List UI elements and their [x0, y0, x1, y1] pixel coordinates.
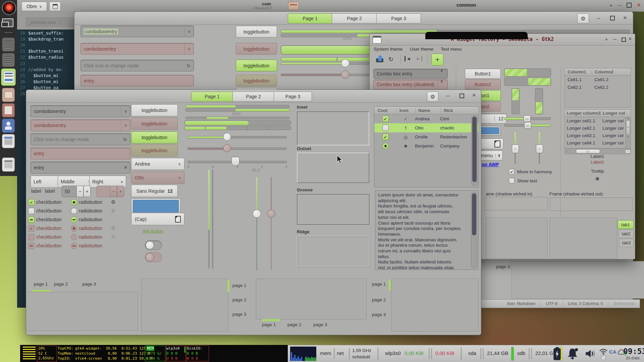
- net-rate-label[interactable]: 0,00 KiB: [435, 350, 454, 356]
- back-maximize-button[interactable]: [610, 16, 615, 20]
- front-menu-button[interactable]: ⚙: [427, 92, 438, 102]
- vscale1[interactable]: [208, 170, 210, 268]
- spin-minus-button[interactable]: −: [76, 186, 84, 197]
- minimize-button[interactable]: ─: [618, 3, 622, 8]
- treeview[interactable]: Cool Icon Name Nick ✓ ✓ Andrea Cimi ! Ot…: [374, 106, 479, 187]
- nb3-tab-page1[interactable]: page 1: [262, 322, 276, 327]
- dock-handle[interactable]: [5, 32, 12, 34]
- net-graph[interactable]: [305, 347, 316, 361]
- table-row[interactable]: Cell1.1Cell1.2: [565, 76, 631, 83]
- vertical-scrollbar[interactable]: [471, 192, 477, 268]
- disk1-size-label[interactable]: 21,44 GB: [487, 350, 508, 356]
- chevron-down-icon[interactable]: ∨: [121, 106, 127, 117]
- togglebutton-active[interactable]: togglebutton: [131, 131, 178, 143]
- table-row[interactable]: Longer cell2.1Longer cel: [565, 124, 631, 132]
- vertical-scrollbar[interactable]: [471, 115, 478, 186]
- back-entry[interactable]: entry: [80, 75, 194, 86]
- clear-icon[interactable]: ×: [124, 165, 127, 171]
- status-overwrite[interactable]: Sobreescriu: [613, 301, 635, 306]
- column-header-nick[interactable]: Nick: [441, 108, 453, 113]
- back-minimize-button[interactable]: ─: [597, 16, 600, 21]
- open-icon[interactable]: [375, 55, 384, 63]
- gtk2-tab1[interactable]: tab1: [618, 220, 634, 229]
- togglebutton-normal[interactable]: togglebutton: [131, 104, 178, 116]
- shield-icon[interactable]: [600, 354, 606, 361]
- front-close-button[interactable]: ×: [472, 92, 476, 98]
- vertical-scrollbar[interactable]: ∧≡∨: [625, 117, 631, 148]
- gtk2-shade-button[interactable]: +: [605, 37, 608, 42]
- scroll-right-icon[interactable]: ›: [625, 149, 631, 154]
- chevron-down-icon[interactable]: ∨: [184, 26, 191, 37]
- hscale-marks-handle[interactable]: [231, 157, 239, 166]
- gtk2-vscale2-handle[interactable]: ≡: [536, 144, 543, 153]
- gear-icon[interactable]: ⚙: [111, 199, 115, 205]
- front-tab-page3[interactable]: Page 3: [274, 92, 312, 102]
- back-tab-page1[interactable]: Page 1: [288, 13, 332, 23]
- disk2-label[interactable]: sdb: [517, 350, 525, 356]
- tree-row[interactable]: ☻ Benjamin Company: [374, 141, 479, 150]
- column-header-name[interactable]: Name: [416, 108, 441, 113]
- link-button[interactable]: link button: [143, 229, 164, 234]
- disk1-label[interactable]: sda: [468, 350, 476, 356]
- front-minimize-button[interactable]: ─: [446, 93, 450, 98]
- table-row[interactable]: Cell2.1Cell2.2: [565, 83, 631, 91]
- clock[interactable]: 09:53: [623, 347, 644, 356]
- gtk2-table1[interactable]: Column1Column2 Cell1.1Cell1.2 Cell2.1Cel…: [565, 68, 631, 108]
- column-header-icon[interactable]: Icon: [397, 108, 416, 113]
- nb4-tab-page3[interactable]: page 3: [372, 312, 386, 317]
- nb1-tab-page1[interactable]: page 1: [34, 282, 48, 287]
- column-header-cool[interactable]: Cool: [374, 108, 397, 113]
- gtk2-combo-entry[interactable]: Combo box entry▲▼: [373, 69, 448, 79]
- back-comboboxentry1[interactable]: comboboxentry∨: [80, 25, 194, 37]
- refresh-icon[interactable]: ↻: [388, 56, 393, 63]
- back-menu-button[interactable]: ⚙: [577, 13, 589, 23]
- vslider1[interactable]: [256, 177, 257, 270]
- tree-row-selected[interactable]: ! Otto chaotic: [374, 123, 479, 132]
- gtk2-close-button[interactable]: ×: [629, 36, 632, 42]
- back-entry-mode[interactable]: Click icon to change mode↻: [80, 60, 194, 71]
- back-scale1[interactable]: [281, 62, 369, 65]
- shade-button[interactable]: +: [609, 3, 612, 8]
- file-chooser-button[interactable]: (Cap): [131, 213, 184, 225]
- nb1-tab-page3[interactable]: page 3: [82, 282, 96, 287]
- front-tab-page2[interactable]: Page 2: [232, 92, 274, 102]
- radio-mixed-icon[interactable]: [71, 217, 77, 223]
- vslider1-handle[interactable]: [253, 209, 261, 218]
- dock-item-notes[interactable]: [2, 103, 15, 117]
- vscale2[interactable]: [212, 170, 213, 268]
- nb2-tab-page2[interactable]: page 2: [232, 297, 246, 302]
- scroll-grip[interactable]: |||: [576, 149, 600, 154]
- mem-plugin-label[interactable]: mem: [320, 350, 331, 356]
- menu-system-theme[interactable]: System theme: [374, 47, 402, 52]
- dock-item-script1[interactable]: [2, 38, 15, 52]
- back-tab-page2[interactable]: Page 2: [332, 13, 377, 23]
- status-encoding[interactable]: UTF-8: [546, 301, 557, 306]
- keyboard-layout-label[interactable]: CA: [609, 349, 616, 355]
- menu-test-menu[interactable]: Test menu: [441, 47, 462, 52]
- spin-plus-button[interactable]: +: [84, 186, 90, 197]
- tree-row[interactable]: ✓ ✓ Andrea Cimi: [374, 114, 479, 123]
- add-button[interactable]: +: [431, 54, 443, 66]
- nb4-tab-page1[interactable]: page 1: [372, 282, 386, 287]
- table-row[interactable]: Longer cell4.1Longer cel: [565, 139, 631, 146]
- tree-row[interactable]: ✓ ◎ Orville Redenbacher: [374, 132, 479, 141]
- status-filetype[interactable]: itxer: Markdown: [507, 301, 536, 306]
- dock-item-folder[interactable]: [2, 88, 15, 102]
- dock-item-widget-factory-active[interactable]: [1, 68, 16, 86]
- gtk2-hscale2-handle[interactable]: |||: [524, 122, 531, 129]
- cpu-governor-label[interactable]: schedutil: [352, 354, 371, 360]
- radio-selected-icon[interactable]: [71, 199, 77, 205]
- tab-close-icon[interactable]: ×: [58, 20, 61, 25]
- wifi-rate-label[interactable]: 0,00 KiB: [405, 350, 424, 356]
- table-row[interactable]: Longer cell3.1Longer cel: [565, 132, 631, 139]
- entry-change-mode[interactable]: Click icon to change mode↻: [31, 133, 130, 145]
- checkbox-unchecked-icon[interactable]: [509, 178, 515, 184]
- date-label[interactable]: 20 d'abr.: [626, 356, 641, 360]
- font-button[interactable]: Sans Regular12: [131, 185, 178, 197]
- spinbutton[interactable]: 50 − +: [62, 186, 91, 197]
- gtk2-check-showtext[interactable]: Show text: [509, 178, 537, 184]
- back-close-button[interactable]: ×: [623, 15, 627, 21]
- refresh-icon[interactable]: ↻: [186, 63, 191, 68]
- nb1-tab-page2[interactable]: page 2: [54, 282, 68, 287]
- column-header[interactable]: Longer col: [601, 111, 625, 116]
